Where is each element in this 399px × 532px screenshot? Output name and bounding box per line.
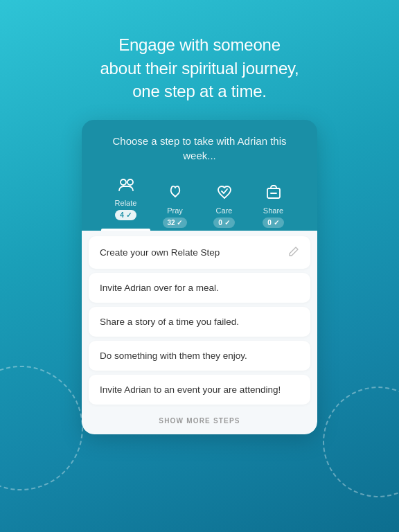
card-header: Choose a step to take with Adrian this w… <box>82 120 317 231</box>
show-more-button[interactable]: SHOW MORE STEPS <box>89 409 310 427</box>
tab-care-label: Care <box>216 206 233 215</box>
tabs-row: Relate 4 ✓ Pray 32 ✓ <box>96 174 303 231</box>
main-card: Choose a step to take with Adrian this w… <box>82 120 317 434</box>
tab-relate-label: Relate <box>115 199 137 207</box>
tab-relate-indicator <box>101 229 150 231</box>
tab-pray-label: Pray <box>167 206 183 215</box>
tab-relate[interactable]: Relate 4 ✓ <box>101 174 150 231</box>
tab-share-label: Share <box>263 206 283 215</box>
tab-care[interactable]: Care 0 ✓ <box>200 181 249 231</box>
step-invite-meal-text: Invite Adrian over for a meal. <box>100 283 219 293</box>
step-share-story[interactable]: Share a story of a time you failed. <box>89 307 310 337</box>
pray-icon <box>164 181 186 204</box>
tab-relate-count: 4 ✓ <box>115 210 136 220</box>
tab-care-count: 0 ✓ <box>213 218 234 228</box>
tab-share-count: 0 ✓ <box>263 218 283 228</box>
step-something-enjoy-text: Do something with them they enjoy. <box>100 351 247 361</box>
decorative-circle-right <box>310 374 399 510</box>
card-header-title: Choose a step to take with Adrian this w… <box>96 134 303 163</box>
share-icon <box>263 181 285 204</box>
edit-icon <box>288 246 299 259</box>
step-invite-meal[interactable]: Invite Adrian over for a meal. <box>89 273 310 303</box>
card-body: Create your own Relate Step Invite Adria… <box>82 231 317 434</box>
care-icon <box>213 181 236 204</box>
step-share-story-text: Share a story of a time you failed. <box>100 317 239 327</box>
hero-text: Engage with someone about their spiritua… <box>72 0 326 120</box>
relate-icon <box>115 174 137 196</box>
tab-pray[interactable]: Pray 32 ✓ <box>150 181 200 231</box>
step-invite-event-text: Invite Adrian to an event your are atten… <box>100 384 281 395</box>
step-create[interactable]: Create your own Relate Step <box>89 236 310 269</box>
svg-point-1 <box>127 179 133 185</box>
svg-point-0 <box>121 179 126 185</box>
step-something-enjoy[interactable]: Do something with them they enjoy. <box>89 341 310 371</box>
tab-share[interactable]: Share 0 ✓ <box>249 181 298 231</box>
tab-pray-count: 32 ✓ <box>163 218 188 228</box>
step-invite-event[interactable]: Invite Adrian to an event your are atten… <box>89 375 310 405</box>
step-create-text: Create your own Relate Step <box>100 247 220 258</box>
